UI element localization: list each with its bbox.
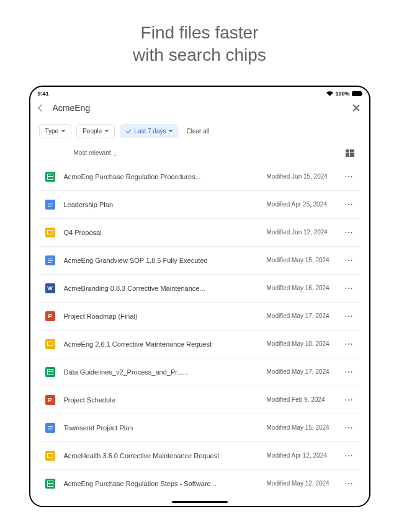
- promo-line-2: with search chips: [0, 44, 399, 66]
- header-bar: AcmeEng: [30, 98, 369, 119]
- sheets-icon: [45, 172, 55, 182]
- slides-icon: [45, 451, 55, 461]
- file-row[interactable]: AcmeHealth 3.6.0 Corrective Maintenance …: [39, 442, 361, 470]
- file-modified: Modified May 17, 2024: [267, 368, 344, 375]
- check-icon: [126, 128, 132, 133]
- chevron-down-icon: [105, 130, 109, 132]
- chevron-down-icon: [169, 130, 173, 132]
- more-options-button[interactable]: ⋯: [344, 340, 354, 348]
- docs-icon: [45, 255, 55, 265]
- filter-chips-row: Type People Last 7 days Clear all: [30, 119, 369, 147]
- file-row[interactable]: Q4 ProposalModified Jun 12, 2024⋯: [39, 219, 361, 247]
- more-options-button[interactable]: ⋯: [344, 172, 354, 181]
- slides-icon: [45, 228, 55, 237]
- status-right: 100%: [326, 91, 361, 97]
- chip-people[interactable]: People: [76, 124, 115, 138]
- file-row[interactable]: Townsend Project PlanModified May 15, 20…: [39, 414, 361, 442]
- chip-last-7-days[interactable]: Last 7 days: [120, 124, 179, 138]
- chip-type-label: Type: [45, 128, 59, 135]
- clear-all-button[interactable]: Clear all: [184, 128, 209, 135]
- more-options-button[interactable]: ⋯: [344, 451, 354, 460]
- more-options-button[interactable]: ⋯: [344, 368, 354, 376]
- file-row[interactable]: Leadership PlanModified Apr 25, 2024⋯: [39, 191, 361, 219]
- sheets-icon: [45, 367, 55, 377]
- more-options-button[interactable]: ⋯: [344, 423, 354, 432]
- back-button[interactable]: [38, 104, 45, 111]
- more-options-button[interactable]: ⋯: [344, 284, 354, 293]
- file-row[interactable]: AcmeEng Purchase Regulation Steps - Soft…: [39, 470, 361, 497]
- battery-icon: [352, 91, 362, 96]
- slides-icon: [45, 339, 55, 349]
- sheets-icon: [45, 479, 55, 489]
- file-name: AcmeEng Purchase Regulation Steps - Soft…: [64, 480, 267, 487]
- chip-active-label: Last 7 days: [134, 128, 166, 135]
- file-name: Q4 Proposal: [64, 229, 267, 236]
- file-name: AcmeEng 2.6.1 Corrective Maintenance Req…: [64, 340, 267, 348]
- close-button[interactable]: [352, 104, 361, 112]
- file-modified: Modified May 10, 2024: [267, 340, 344, 347]
- file-name: Data Guidelines_v2_Process_and_Pr......: [64, 368, 267, 376]
- more-options-button[interactable]: ⋯: [344, 200, 354, 209]
- chip-people-label: People: [83, 128, 102, 135]
- chevron-down-icon: [61, 130, 65, 132]
- file-row[interactable]: AcmeEng 2.6.1 Corrective Maintenance Req…: [39, 330, 361, 358]
- file-modified: Modified May 12, 2024: [267, 480, 344, 487]
- sort-dropdown[interactable]: Most relevant ↓: [74, 149, 117, 157]
- file-modified: Modified May 15, 2024: [267, 257, 344, 264]
- file-name: AcmeBranding 0.8.3 Corrective Maintenanc…: [64, 285, 267, 292]
- page-title: AcmeEng: [53, 103, 91, 113]
- file-name: AcmeEng Grandview SOP 1.8.5 Fully Execut…: [64, 257, 267, 264]
- docs-icon: [45, 423, 55, 433]
- promo-line-1: Find files faster: [0, 22, 399, 44]
- file-modified: Modified Apr 12, 2024: [267, 452, 344, 459]
- sort-label-text: Most relevant: [74, 149, 111, 156]
- file-row[interactable]: Data Guidelines_v2_Process_and_Pr......M…: [39, 358, 361, 386]
- ppt-icon: [45, 395, 55, 405]
- file-row[interactable]: Project Roadmap (Final)Modified May 17, …: [39, 303, 361, 330]
- file-row[interactable]: AcmeBranding 0.8.3 Corrective Maintenanc…: [39, 275, 361, 303]
- status-time: 9:41: [38, 91, 49, 97]
- file-modified: Modified May 16, 2024: [267, 285, 344, 291]
- more-options-button[interactable]: ⋯: [344, 256, 354, 265]
- battery-text: 100%: [335, 91, 349, 97]
- grid-view-toggle[interactable]: [346, 149, 354, 157]
- more-options-button[interactable]: ⋯: [344, 228, 354, 237]
- status-bar: 9:41 100%: [30, 87, 369, 98]
- home-indicator[interactable]: [172, 501, 228, 503]
- file-modified: Modified Jun 12, 2024: [267, 229, 344, 236]
- file-row[interactable]: AcmeEng Purchase Regulation Procedures..…: [39, 163, 361, 191]
- more-options-button[interactable]: ⋯: [344, 396, 354, 404]
- file-modified: Modified Apr 25, 2024: [267, 201, 344, 208]
- promo-heading: Find files faster with search chips: [0, 0, 399, 86]
- word-icon: [45, 283, 55, 293]
- list-header: Most relevant ↓: [30, 147, 369, 163]
- more-options-button[interactable]: ⋯: [344, 479, 354, 488]
- file-list: AcmeEng Purchase Regulation Procedures..…: [30, 163, 369, 497]
- header-left: AcmeEng: [39, 103, 91, 113]
- file-name: Townsend Project Plan: [64, 424, 267, 432]
- arrow-down-icon: ↓: [114, 149, 117, 157]
- file-name: AcmeEng Purchase Regulation Procedures..…: [64, 173, 267, 180]
- file-name: AcmeHealth 3.6.0 Corrective Maintenance …: [64, 452, 267, 459]
- more-options-button[interactable]: ⋯: [344, 312, 354, 321]
- wifi-icon: [326, 91, 333, 96]
- ppt-icon: [45, 311, 55, 321]
- file-row[interactable]: AcmeEng Grandview SOP 1.8.5 Fully Execut…: [39, 247, 361, 275]
- file-row[interactable]: Project ScheduleModified Feb 9, 2024⋯: [39, 386, 361, 414]
- file-name: Project Roadmap (Final): [64, 313, 267, 320]
- file-modified: Modified Jun 15, 2024: [267, 173, 344, 180]
- file-modified: Modified Feb 9, 2024: [267, 396, 344, 403]
- file-name: Project Schedule: [64, 396, 267, 404]
- file-modified: Modified May 15, 2024: [267, 424, 344, 431]
- tablet-frame: 9:41 100% AcmeEng Type People Last 7 day…: [29, 86, 370, 507]
- docs-icon: [45, 200, 55, 210]
- file-modified: Modified May 17, 2024: [267, 313, 344, 319]
- file-name: Leadership Plan: [64, 201, 267, 208]
- chip-type[interactable]: Type: [39, 124, 72, 138]
